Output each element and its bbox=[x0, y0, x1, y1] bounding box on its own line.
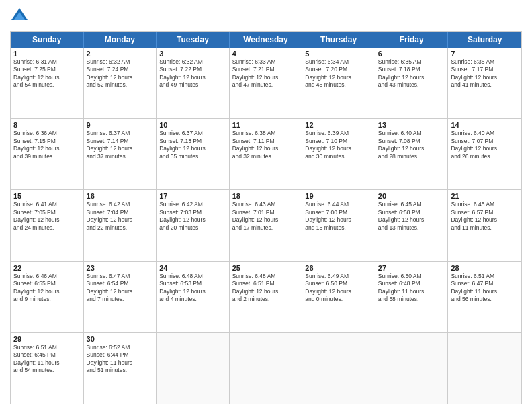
weekday-header: Friday bbox=[375, 32, 449, 48]
cell-info: Sunrise: 6:40 AMSunset: 7:08 PMDaylight:… bbox=[378, 130, 445, 161]
day-number: 16 bbox=[87, 192, 154, 200]
calendar-row: 22Sunrise: 6:46 AMSunset: 6:55 PMDayligh… bbox=[11, 262, 521, 333]
day-number: 9 bbox=[87, 121, 154, 129]
weekday-header: Tuesday bbox=[157, 32, 230, 48]
day-number: 17 bbox=[159, 192, 226, 200]
weekday-header: Saturday bbox=[448, 32, 521, 48]
calendar-cell: 23Sunrise: 6:47 AMSunset: 6:54 PMDayligh… bbox=[84, 262, 157, 332]
calendar-cell: 2Sunrise: 6:32 AMSunset: 7:24 PMDaylight… bbox=[84, 48, 157, 118]
day-number: 14 bbox=[451, 121, 519, 129]
day-number: 26 bbox=[305, 264, 372, 272]
calendar-cell: 6Sunrise: 6:35 AMSunset: 7:18 PMDaylight… bbox=[375, 48, 449, 118]
calendar-cell: 17Sunrise: 6:42 AMSunset: 7:03 PMDayligh… bbox=[157, 190, 230, 261]
weekday-header: Wednesday bbox=[230, 32, 303, 48]
calendar-header: SundayMondayTuesdayWednesdayThursdayFrid… bbox=[11, 32, 521, 48]
page: SundayMondayTuesdayWednesdayThursdayFrid… bbox=[0, 0, 532, 411]
calendar-cell: 27Sunrise: 6:50 AMSunset: 6:48 PMDayligh… bbox=[375, 262, 449, 332]
calendar-cell: 4Sunrise: 6:33 AMSunset: 7:21 PMDaylight… bbox=[230, 48, 303, 118]
cell-info: Sunrise: 6:52 AMSunset: 6:44 PMDaylight:… bbox=[87, 344, 154, 375]
cell-info: Sunrise: 6:33 AMSunset: 7:21 PMDaylight:… bbox=[232, 58, 300, 89]
calendar-cell: 20Sunrise: 6:45 AMSunset: 6:58 PMDayligh… bbox=[375, 190, 449, 261]
day-number: 12 bbox=[305, 121, 372, 129]
cell-info: Sunrise: 6:51 AMSunset: 6:45 PMDaylight:… bbox=[13, 344, 81, 375]
day-number: 5 bbox=[305, 50, 372, 58]
calendar-cell bbox=[230, 333, 303, 404]
cell-info: Sunrise: 6:32 AMSunset: 7:24 PMDaylight:… bbox=[87, 58, 154, 89]
calendar-cell bbox=[157, 333, 230, 404]
calendar-row: 15Sunrise: 6:41 AMSunset: 7:05 PMDayligh… bbox=[11, 190, 521, 261]
cell-info: Sunrise: 6:41 AMSunset: 7:05 PMDaylight:… bbox=[13, 201, 81, 232]
calendar-cell: 8Sunrise: 6:36 AMSunset: 7:15 PMDaylight… bbox=[11, 119, 84, 189]
day-number: 20 bbox=[378, 192, 445, 200]
calendar-cell: 28Sunrise: 6:51 AMSunset: 6:47 PMDayligh… bbox=[448, 262, 521, 332]
calendar-cell: 13Sunrise: 6:40 AMSunset: 7:08 PMDayligh… bbox=[375, 119, 449, 189]
logo bbox=[10, 7, 30, 26]
calendar-cell bbox=[375, 333, 449, 404]
cell-info: Sunrise: 6:32 AMSunset: 7:22 PMDaylight:… bbox=[159, 58, 226, 89]
cell-info: Sunrise: 6:45 AMSunset: 6:57 PMDaylight:… bbox=[451, 201, 519, 232]
day-number: 6 bbox=[378, 50, 445, 58]
day-number: 8 bbox=[13, 121, 81, 129]
cell-info: Sunrise: 6:49 AMSunset: 6:50 PMDaylight:… bbox=[305, 273, 372, 304]
calendar-cell: 11Sunrise: 6:38 AMSunset: 7:11 PMDayligh… bbox=[230, 119, 303, 189]
cell-info: Sunrise: 6:36 AMSunset: 7:15 PMDaylight:… bbox=[13, 130, 81, 161]
cell-info: Sunrise: 6:47 AMSunset: 6:54 PMDaylight:… bbox=[87, 273, 154, 304]
calendar-cell: 24Sunrise: 6:48 AMSunset: 6:53 PMDayligh… bbox=[157, 262, 230, 332]
cell-info: Sunrise: 6:35 AMSunset: 7:18 PMDaylight:… bbox=[378, 58, 445, 89]
cell-info: Sunrise: 6:39 AMSunset: 7:10 PMDaylight:… bbox=[305, 130, 372, 161]
weekday-header: Sunday bbox=[11, 32, 84, 48]
calendar: SundayMondayTuesdayWednesdayThursdayFrid… bbox=[10, 31, 522, 404]
cell-info: Sunrise: 6:44 AMSunset: 7:00 PMDaylight:… bbox=[305, 201, 372, 232]
day-number: 21 bbox=[451, 192, 519, 200]
calendar-cell: 12Sunrise: 6:39 AMSunset: 7:10 PMDayligh… bbox=[302, 119, 375, 189]
calendar-cell: 7Sunrise: 6:35 AMSunset: 7:17 PMDaylight… bbox=[448, 48, 521, 118]
day-number: 18 bbox=[232, 192, 300, 200]
calendar-row: 8Sunrise: 6:36 AMSunset: 7:15 PMDaylight… bbox=[11, 119, 521, 190]
calendar-cell: 19Sunrise: 6:44 AMSunset: 7:00 PMDayligh… bbox=[302, 190, 375, 261]
day-number: 15 bbox=[13, 192, 81, 200]
calendar-body: 1Sunrise: 6:31 AMSunset: 7:25 PMDaylight… bbox=[11, 48, 521, 404]
day-number: 3 bbox=[159, 50, 226, 58]
day-number: 19 bbox=[305, 192, 372, 200]
calendar-cell: 29Sunrise: 6:51 AMSunset: 6:45 PMDayligh… bbox=[11, 333, 84, 404]
day-number: 11 bbox=[232, 121, 300, 129]
calendar-cell: 5Sunrise: 6:34 AMSunset: 7:20 PMDaylight… bbox=[302, 48, 375, 118]
logo-icon bbox=[10, 7, 29, 26]
calendar-cell bbox=[302, 333, 375, 404]
cell-info: Sunrise: 6:45 AMSunset: 6:58 PMDaylight:… bbox=[378, 201, 445, 232]
day-number: 4 bbox=[232, 50, 300, 58]
calendar-cell: 21Sunrise: 6:45 AMSunset: 6:57 PMDayligh… bbox=[448, 190, 521, 261]
calendar-row: 1Sunrise: 6:31 AMSunset: 7:25 PMDaylight… bbox=[11, 48, 521, 119]
day-number: 25 bbox=[232, 264, 300, 272]
day-number: 7 bbox=[451, 50, 519, 58]
day-number: 24 bbox=[159, 264, 226, 272]
cell-info: Sunrise: 6:48 AMSunset: 6:53 PMDaylight:… bbox=[159, 273, 226, 304]
cell-info: Sunrise: 6:51 AMSunset: 6:47 PMDaylight:… bbox=[451, 273, 519, 304]
cell-info: Sunrise: 6:42 AMSunset: 7:04 PMDaylight:… bbox=[87, 201, 154, 232]
cell-info: Sunrise: 6:35 AMSunset: 7:17 PMDaylight:… bbox=[451, 58, 519, 89]
cell-info: Sunrise: 6:37 AMSunset: 7:13 PMDaylight:… bbox=[159, 130, 226, 161]
calendar-cell: 25Sunrise: 6:48 AMSunset: 6:51 PMDayligh… bbox=[230, 262, 303, 332]
calendar-cell bbox=[448, 333, 521, 404]
day-number: 29 bbox=[13, 335, 81, 343]
day-number: 23 bbox=[87, 264, 154, 272]
cell-info: Sunrise: 6:40 AMSunset: 7:07 PMDaylight:… bbox=[451, 130, 519, 161]
cell-info: Sunrise: 6:50 AMSunset: 6:48 PMDaylight:… bbox=[378, 273, 445, 304]
day-number: 30 bbox=[87, 335, 154, 343]
calendar-cell: 15Sunrise: 6:41 AMSunset: 7:05 PMDayligh… bbox=[11, 190, 84, 261]
day-number: 13 bbox=[378, 121, 445, 129]
cell-info: Sunrise: 6:34 AMSunset: 7:20 PMDaylight:… bbox=[305, 58, 372, 89]
cell-info: Sunrise: 6:48 AMSunset: 6:51 PMDaylight:… bbox=[232, 273, 300, 304]
calendar-cell: 22Sunrise: 6:46 AMSunset: 6:55 PMDayligh… bbox=[11, 262, 84, 332]
header bbox=[10, 7, 522, 26]
cell-info: Sunrise: 6:38 AMSunset: 7:11 PMDaylight:… bbox=[232, 130, 300, 161]
cell-info: Sunrise: 6:42 AMSunset: 7:03 PMDaylight:… bbox=[159, 201, 226, 232]
day-number: 10 bbox=[159, 121, 226, 129]
day-number: 2 bbox=[87, 50, 154, 58]
calendar-cell: 26Sunrise: 6:49 AMSunset: 6:50 PMDayligh… bbox=[302, 262, 375, 332]
cell-info: Sunrise: 6:37 AMSunset: 7:14 PMDaylight:… bbox=[87, 130, 154, 161]
calendar-row: 29Sunrise: 6:51 AMSunset: 6:45 PMDayligh… bbox=[11, 333, 521, 404]
calendar-cell: 16Sunrise: 6:42 AMSunset: 7:04 PMDayligh… bbox=[84, 190, 157, 261]
calendar-cell: 18Sunrise: 6:43 AMSunset: 7:01 PMDayligh… bbox=[230, 190, 303, 261]
weekday-header: Thursday bbox=[302, 32, 375, 48]
